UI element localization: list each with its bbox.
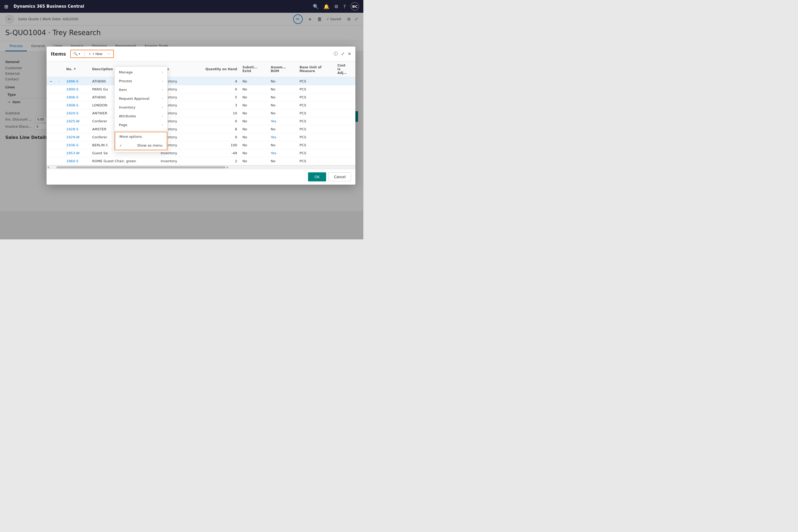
col-cost[interactable]: CostisAdj... <box>335 61 355 77</box>
assem-cell: Yes <box>268 149 297 157</box>
menu-item-inventory[interactable]: Inventory › <box>115 103 167 112</box>
scroll-left-arrow[interactable]: ◀ <box>47 166 49 169</box>
table-row[interactable]: →⋮1896-SATHENSInventory4NoNoPCS <box>46 77 355 86</box>
no-cell[interactable]: 1906-S <box>63 93 89 101</box>
no-cell[interactable]: 1908-S <box>63 101 89 109</box>
row-arrow-cell <box>46 149 55 157</box>
qty-cell: 100 <box>188 141 240 149</box>
drag-handle-cell <box>55 117 63 125</box>
expand-icon[interactable]: ⤢ <box>341 51 344 56</box>
col-qty[interactable]: Quantity on Hand <box>188 61 240 77</box>
uom-cell: PCS <box>297 86 335 93</box>
menu-item-page[interactable]: Page › <box>115 120 167 129</box>
table-row[interactable]: 1900-SPARIS GuInventory0NoNoPCS <box>46 86 355 93</box>
menu-item-process[interactable]: Process › <box>115 77 167 86</box>
table-row[interactable]: 1908-SLONDONInventory3NoNoPCS <box>46 101 355 109</box>
no-cell[interactable]: 1920-S <box>63 109 89 117</box>
assem-cell: No <box>268 109 297 117</box>
table-row[interactable]: 1953-WGuest SeInventory-49NoYesPCS <box>46 149 355 157</box>
item-no-link[interactable]: 1928-S <box>66 127 78 131</box>
menu-item-show-as-menu[interactable]: ✓ Show as menu <box>115 141 167 150</box>
item-no-link[interactable]: 1920-S <box>66 111 78 115</box>
drag-handle-cell: ⋮ <box>55 77 63 86</box>
uom-cell: PCS <box>297 125 335 133</box>
info-icon[interactable]: ⓘ <box>334 51 338 57</box>
search-icon: 🔍 <box>73 52 78 56</box>
menu-item-attributes[interactable]: Attributes › <box>115 112 167 120</box>
table-row[interactable]: 1925-WConfererInventory0NoYesPCS <box>46 117 355 125</box>
cancel-button[interactable]: Cancel <box>328 172 351 182</box>
assem-cell: No <box>268 141 297 149</box>
assem-cell: No <box>268 93 297 101</box>
cost-cell <box>335 93 355 101</box>
drag-handle-cell <box>55 157 63 165</box>
horizontal-scrollbar[interactable]: ◀ ▶ <box>46 165 355 169</box>
cost-cell <box>335 149 355 157</box>
grid-icon[interactable]: ⊞ <box>4 4 8 9</box>
menu-item-label: Request Approval <box>119 97 150 100</box>
new-button[interactable]: + + New <box>87 51 104 57</box>
table-row[interactable]: 1906-SATHENSInventory5NoNoPCS <box>46 93 355 101</box>
search-icon[interactable]: 🔍 <box>313 4 319 9</box>
user-avatar[interactable]: BC <box>350 2 359 11</box>
item-no-link[interactable]: 1906-S <box>66 95 78 99</box>
no-cell[interactable]: 1936-S <box>63 141 89 149</box>
row-arrow-cell <box>46 125 55 133</box>
settings-icon[interactable]: ⚙ <box>334 4 338 9</box>
chevron-right-icon: › <box>162 106 163 109</box>
menu-item-request-approval[interactable]: Request Approval › <box>115 94 167 103</box>
row-arrow-cell <box>46 157 55 165</box>
no-cell[interactable]: 1953-W <box>63 149 89 157</box>
modal-footer: OK Cancel <box>46 169 355 185</box>
help-icon[interactable]: ? <box>343 4 346 9</box>
drag-handle-cell <box>55 109 63 117</box>
no-cell[interactable]: 1960-S <box>63 157 89 165</box>
item-no-link[interactable]: 1896-S <box>66 79 78 83</box>
drag-handle[interactable]: ⋮ <box>57 79 61 83</box>
table-row[interactable]: 1936-SBERLIN CInventory100NoNoPCS <box>46 141 355 149</box>
row-arrow-cell <box>46 109 55 117</box>
more-options-button[interactable]: ··· <box>106 51 113 57</box>
no-cell[interactable]: 1900-S <box>63 86 89 93</box>
qty-cell: 0 <box>188 117 240 125</box>
cost-cell <box>335 157 355 165</box>
item-no-link[interactable]: 1925-W <box>66 119 79 123</box>
menu-item-manage[interactable]: Manage › <box>115 68 167 77</box>
cost-cell <box>335 117 355 125</box>
item-no-link[interactable]: 1953-W <box>66 151 79 155</box>
item-no-link[interactable]: 1936-S <box>66 143 78 147</box>
menu-item-item[interactable]: Item › <box>115 86 167 94</box>
item-no-link[interactable]: 1908-S <box>66 103 78 107</box>
no-cell[interactable]: 1925-W <box>63 117 89 125</box>
col-no[interactable]: No. ↑ <box>63 61 89 77</box>
menu-divider <box>115 130 167 131</box>
table-row[interactable]: 1960-SROME Guest Chair, greenInventory2N… <box>46 157 355 165</box>
menu-item-label: Inventory <box>119 105 135 109</box>
row-arrow-cell <box>46 93 55 101</box>
table-row[interactable]: 1929-WConfererInventory0NoYesPCS <box>46 133 355 141</box>
menu-item-more-options[interactable]: More options <box>115 132 167 141</box>
search-button[interactable]: 🔍 ▾ <box>71 51 82 57</box>
no-cell[interactable]: 1928-S <box>63 125 89 133</box>
col-uom[interactable]: Base Unit ofMeasure <box>297 61 335 77</box>
bell-icon[interactable]: 🔔 <box>323 4 329 9</box>
scroll-right-arrow[interactable]: ▶ <box>227 166 229 169</box>
item-no-link[interactable]: 1929-W <box>66 135 79 139</box>
cost-cell <box>335 86 355 93</box>
scrollbar-thumb[interactable] <box>56 166 226 168</box>
col-assem[interactable]: Assem...BOM <box>268 61 297 77</box>
table-row[interactable]: 1928-SAMSTERInventory8NoNoPCS <box>46 125 355 133</box>
modal-title: Items <box>51 51 66 57</box>
col-subst[interactable]: Substi...Exist <box>240 61 268 77</box>
table-row[interactable]: 1920-SANTWERInventory10NoNoPCS <box>46 109 355 117</box>
no-cell[interactable]: 1929-W <box>63 133 89 141</box>
menu-item-label: Process <box>119 79 132 83</box>
close-icon[interactable]: ✕ <box>348 51 351 56</box>
ok-button[interactable]: OK <box>308 172 326 182</box>
item-no-link[interactable]: 1900-S <box>66 87 78 91</box>
no-cell[interactable]: 1896-S <box>63 77 89 86</box>
chevron-right-icon: › <box>162 114 163 118</box>
col-indicator <box>46 61 55 77</box>
item-no-link[interactable]: 1960-S <box>66 159 78 163</box>
assem-cell: Yes <box>268 117 297 125</box>
